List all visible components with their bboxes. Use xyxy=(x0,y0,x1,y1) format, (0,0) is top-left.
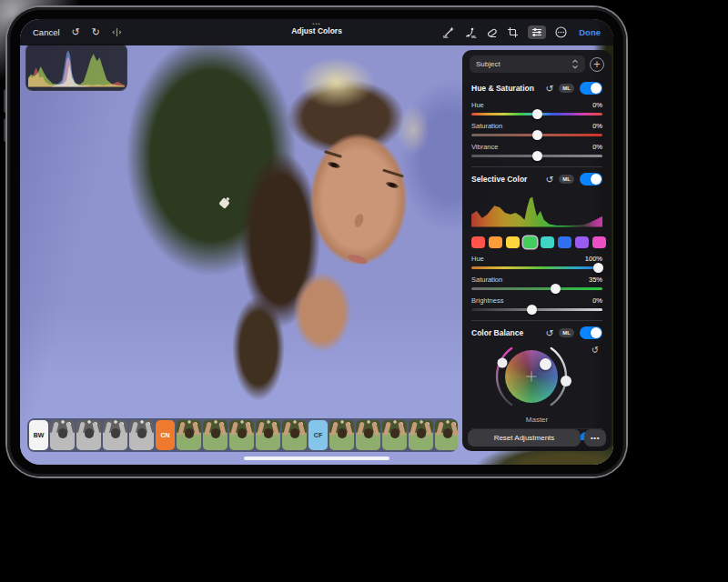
undo-icon[interactable]: ↺ xyxy=(72,27,80,37)
slider-label: Saturation xyxy=(471,276,502,284)
rgb-histogram-overlay xyxy=(25,44,127,91)
filmstrip-thumb[interactable] xyxy=(329,420,354,450)
adjustments-more-button[interactable]: ••• xyxy=(584,429,606,447)
brightness-slider-knob[interactable] xyxy=(527,305,537,315)
adjust-colors-panel: Subject + Hue & Saturation ↺ ML Hue0% Sa… xyxy=(462,50,612,451)
section-title-hue-saturation: Hue & Saturation xyxy=(471,84,541,93)
wheel-reset-icon[interactable]: ↺ xyxy=(592,345,599,355)
color-balance-wheel-knob[interactable] xyxy=(540,358,551,370)
chevron-up-down-icon xyxy=(571,59,579,69)
slider-label: Saturation xyxy=(471,122,502,130)
vibrance-slider[interactable] xyxy=(471,155,602,157)
filmstrip-thumb[interactable] xyxy=(229,420,254,450)
filmstrip-badge-bw[interactable]: BW xyxy=(29,420,48,450)
ml-enhance-icon[interactable]: ML xyxy=(442,26,455,38)
swatch-teal[interactable] xyxy=(541,236,554,248)
filmstrip-thumb[interactable] xyxy=(203,420,228,450)
filmstrip-thumb[interactable] xyxy=(435,420,458,450)
filmstrip-thumb[interactable] xyxy=(409,420,433,450)
filmstrip-thumb[interactable] xyxy=(50,420,75,450)
top-toolbar: Cancel ↺ ↻ ‹|› ••• Adjust Colors ML xyxy=(20,19,613,45)
filmstrip-group-cf: CF xyxy=(308,420,458,450)
reset-icon[interactable]: ↺ xyxy=(546,175,554,185)
add-adjustment-button[interactable]: + xyxy=(590,57,604,72)
filmstrip-thumb[interactable] xyxy=(103,420,127,450)
subject-dropdown[interactable]: Subject xyxy=(470,55,585,73)
photo-face-nose xyxy=(353,213,365,228)
ml-badge[interactable]: ML xyxy=(559,328,574,337)
color-balance-wheel-area: ↺ xyxy=(471,343,602,414)
swatch-yellow[interactable] xyxy=(506,236,520,248)
svg-text:ML: ML xyxy=(443,35,449,38)
filmstrip-thumb[interactable] xyxy=(129,420,154,450)
selective-color-toggle[interactable] xyxy=(580,173,602,186)
section-title-color-balance: Color Balance xyxy=(471,328,541,337)
color-swatches xyxy=(471,236,602,248)
slider-value: 100% xyxy=(585,255,602,263)
slider-value: 0% xyxy=(592,143,602,151)
hue-slider-knob[interactable] xyxy=(532,109,542,119)
slider-value: 0% xyxy=(592,296,602,305)
filmstrip-group-cn: CN xyxy=(156,420,307,450)
color-balance-wheel[interactable] xyxy=(505,350,558,403)
filmstrip-badge-cf[interactable]: CF xyxy=(308,420,328,450)
ipad-device: Cancel ↺ ↻ ‹|› ••• Adjust Colors ML xyxy=(7,7,626,477)
swatch-purple[interactable] xyxy=(575,236,589,248)
swatch-orange[interactable] xyxy=(489,236,502,248)
selective-hue-slider-knob[interactable] xyxy=(593,263,603,273)
reset-icon[interactable]: ↺ xyxy=(546,328,554,338)
screen: Cancel ↺ ↻ ‹|› ••• Adjust Colors ML xyxy=(20,19,613,465)
filmstrip-thumb[interactable] xyxy=(76,420,101,450)
photo-face-brow-right xyxy=(382,169,404,178)
subject-dropdown-label: Subject xyxy=(476,60,571,68)
slider-label: Hue xyxy=(471,255,484,263)
luminance-arc-knob[interactable] xyxy=(561,376,571,386)
filmstrip-thumb[interactable] xyxy=(382,420,407,450)
swatch-red[interactable] xyxy=(471,236,485,248)
photo-face-eye-right xyxy=(386,181,399,189)
brightness-slider[interactable] xyxy=(471,308,602,311)
hue-saturation-toggle[interactable] xyxy=(580,82,602,95)
adjust-colors-tool-icon-active[interactable] xyxy=(528,25,546,39)
saturation-slider[interactable] xyxy=(471,134,602,136)
home-indicator[interactable] xyxy=(244,457,389,460)
photo-face-lips xyxy=(347,253,368,266)
filmstrip-thumb[interactable] xyxy=(282,420,307,450)
hue-slider[interactable] xyxy=(471,113,602,115)
more-options-icon[interactable] xyxy=(555,26,567,38)
reset-adjustments-button[interactable]: Reset Adjustments xyxy=(468,429,581,447)
slider-label: Brightness xyxy=(471,296,503,305)
filmstrip-thumb[interactable] xyxy=(356,420,380,450)
done-button[interactable]: Done xyxy=(579,27,601,37)
title-area[interactable]: ••• Adjust Colors xyxy=(291,22,342,35)
svg-text:ML: ML xyxy=(471,35,477,38)
swatch-blue[interactable] xyxy=(558,236,571,248)
vibrance-slider-knob[interactable] xyxy=(532,151,542,161)
repair-eraser-icon[interactable] xyxy=(486,26,498,38)
filmstrip-badge-cn[interactable]: CN xyxy=(156,420,175,450)
filmstrip[interactable]: BWCNCF xyxy=(27,418,458,452)
page-title: Adjust Colors xyxy=(291,26,342,35)
ml-badge[interactable]: ML xyxy=(559,84,574,93)
photo-face-brow-left xyxy=(324,150,342,158)
color-balance-toggle[interactable] xyxy=(580,326,602,339)
wheel-range-label[interactable]: Master xyxy=(471,416,602,424)
slider-label: Hue xyxy=(471,101,484,109)
selective-hue-slider[interactable] xyxy=(471,266,602,269)
filmstrip-thumb[interactable] xyxy=(177,420,201,450)
saturation-slider-knob[interactable] xyxy=(532,130,542,140)
swatch-green[interactable] xyxy=(523,236,537,248)
photo-earring xyxy=(218,197,230,209)
crop-icon[interactable] xyxy=(507,26,519,38)
selective-saturation-slider-knob[interactable] xyxy=(551,284,561,294)
redo-icon[interactable]: ↻ xyxy=(92,27,100,37)
reset-icon[interactable]: ↺ xyxy=(546,84,554,94)
ml-badge[interactable]: ML xyxy=(559,175,574,184)
cancel-button[interactable]: Cancel xyxy=(33,27,60,37)
photo-face-eye-left xyxy=(328,161,341,169)
filmstrip-thumb[interactable] xyxy=(256,420,280,450)
selective-saturation-slider[interactable] xyxy=(471,287,602,290)
swatch-magenta[interactable] xyxy=(592,236,606,248)
ml-curve-icon[interactable]: ML xyxy=(464,26,477,38)
compare-icon[interactable]: ‹|› xyxy=(112,28,122,36)
